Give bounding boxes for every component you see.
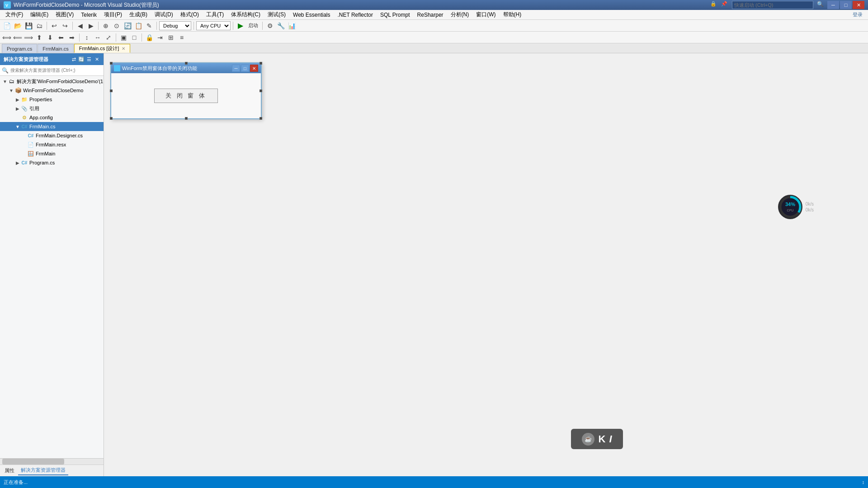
back-btn[interactable]: ◀ (75, 21, 85, 31)
form-minimize-btn[interactable]: ─ (232, 65, 240, 72)
menu-analyze[interactable]: 分析(N) (447, 10, 473, 19)
menu-debug[interactable]: 调试(D) (151, 10, 177, 19)
handle-br (259, 117, 262, 120)
menu-web-essentials[interactable]: Web Essentials (289, 11, 334, 19)
align3-btn[interactable]: ⟹ (24, 33, 33, 42)
tree-references[interactable]: ▶ 📎 引用 (0, 104, 104, 113)
order1-btn[interactable]: ▣ (118, 33, 128, 42)
minimize-button[interactable]: ─ (827, 1, 839, 9)
menu-resharper[interactable]: ReSharper (414, 11, 447, 19)
close-form-button[interactable]: 关 闭 窗 体 (154, 89, 218, 103)
platform-select[interactable]: Any CPU x86 x64 (196, 21, 231, 30)
tab-frmmain-design-close[interactable]: ✕ (122, 46, 125, 51)
forward-btn[interactable]: ▶ (86, 21, 96, 31)
properties-tab-btn[interactable]: 属性 (2, 466, 17, 475)
menu-sql-prompt[interactable]: SQL Prompt (377, 11, 414, 19)
save-all-btn[interactable]: 🗂 (34, 21, 44, 31)
tab-frmmain-design[interactable]: FrmMain.cs [设计] ✕ (74, 44, 131, 53)
quick-search-input[interactable] (732, 1, 813, 9)
align4-btn[interactable]: ⬆ (34, 33, 44, 42)
status-message: 正在准备... (4, 479, 28, 486)
start-button[interactable]: ▶ (236, 21, 245, 31)
title-bar: V WinFormForbidCloseDemo - Microsoft Vis… (0, 0, 868, 10)
align1-btn[interactable]: ⟺ (2, 33, 12, 42)
solution-explorer-tab-btn[interactable]: 解决方案资源管理器 (18, 466, 68, 475)
tree-program[interactable]: ▶ C# Program.cs (0, 158, 104, 167)
menu-telerik[interactable]: Telerik (77, 11, 100, 19)
tree-frmmain-resx[interactable]: ▶ 📄 FrmMain.resx (0, 140, 104, 149)
order2-btn[interactable]: □ (129, 33, 139, 42)
maximize-button[interactable]: □ (840, 1, 852, 9)
panel-close-btn[interactable]: ✕ (94, 56, 100, 62)
size2-btn[interactable]: ↔ (93, 33, 103, 42)
tree-properties[interactable]: ▶ 📁 Properties (0, 95, 104, 104)
tree-frmmain-resx-label: FrmMain.resx (36, 142, 66, 147)
tree-frmmain[interactable]: ▼ C# FrmMain.cs (0, 122, 104, 131)
tab-program-cs[interactable]: Program.cs (2, 44, 37, 53)
panel-sync-btn[interactable]: ⇄ (71, 56, 77, 62)
solution-search-input[interactable] (10, 68, 102, 73)
new-project-btn[interactable]: 📄 (2, 21, 12, 31)
tab-frmmain-cs[interactable]: FrmMain.cs (38, 44, 73, 53)
save-btn[interactable]: 💾 (24, 21, 33, 31)
align6-btn[interactable]: ⬅ (56, 33, 66, 42)
handle-bm (185, 117, 188, 120)
expander-project: ▼ (8, 87, 14, 94)
lock-btn[interactable]: 🔒 (144, 33, 154, 42)
tool2-btn[interactable]: 🔧 (276, 21, 286, 31)
expander-frmmain-resx: ▶ (21, 141, 27, 148)
menu-view[interactable]: 视图(V) (52, 10, 77, 19)
menu-project[interactable]: 项目(P) (100, 10, 126, 19)
space-btn[interactable]: ≡ (177, 33, 187, 42)
menu-help[interactable]: 帮助(H) (500, 10, 525, 19)
align7-btn[interactable]: ➡ (67, 33, 77, 42)
tool1-btn[interactable]: ⚙ (265, 21, 275, 31)
tool3-btn[interactable]: 📊 (287, 21, 297, 31)
menu-build[interactable]: 生成(B) (126, 10, 151, 19)
panel-refresh-btn[interactable]: 🔄 (78, 56, 85, 62)
size3-btn[interactable]: ⤢ (104, 33, 113, 42)
tree-solution[interactable]: ▼ 🗂 解决方案'WinFormForbidCloseDemo'(1 个项目) (0, 77, 104, 86)
form-maximize-btn[interactable]: □ (241, 65, 249, 72)
tree-solution-label: 解决方案'WinFormForbidCloseDemo'(1 个项目) (17, 78, 104, 85)
menu-net-reflector[interactable]: .NET Reflector (334, 11, 377, 19)
center-btn[interactable]: ⊞ (166, 33, 176, 42)
nav5-btn[interactable]: ✎ (144, 21, 154, 31)
tree-frmmain-form[interactable]: ▶ 🪟 FrmMain (0, 149, 104, 158)
debug-mode-select[interactable]: Debug Release (159, 21, 191, 30)
panel-search-bar[interactable]: 🔍 (0, 65, 104, 76)
close-button[interactable]: ✕ (853, 1, 864, 9)
redo-btn[interactable]: ↪ (60, 21, 70, 31)
panel-properties-btn[interactable]: ☰ (86, 56, 92, 62)
expander-solution: ▼ (2, 78, 8, 84)
tree-frmmain-designer[interactable]: ▶ C# FrmMain.Designer.cs (0, 131, 104, 140)
tab-btn[interactable]: ⇥ (155, 33, 165, 42)
ki-letter2: I (609, 433, 612, 445)
open-btn[interactable]: 📂 (13, 21, 23, 31)
undo-btn[interactable]: ↩ (49, 21, 59, 31)
nav2-btn[interactable]: ⊙ (112, 21, 122, 31)
align5-btn[interactable]: ⬇ (45, 33, 55, 42)
size1-btn[interactable]: ↕ (82, 33, 92, 42)
sep-c (142, 33, 142, 42)
sign-in-link[interactable]: 登录 (853, 12, 863, 17)
menu-file[interactable]: 文件(F) (2, 10, 27, 19)
menu-format[interactable]: 格式(O) (177, 10, 203, 19)
status-bar: 正在准备... ↕ (0, 476, 868, 488)
nav4-btn[interactable]: 📋 (133, 21, 143, 31)
nav3-btn[interactable]: 🔄 (123, 21, 132, 31)
menu-test[interactable]: 测试(S) (264, 10, 289, 19)
menu-tools[interactable]: 工具(T) (203, 10, 227, 19)
nav1-btn[interactable]: ⊕ (101, 21, 111, 31)
form-close-btn[interactable]: ✕ (250, 65, 258, 72)
menu-edit[interactable]: 编辑(E) (27, 10, 52, 19)
handle-bl (110, 117, 113, 120)
form-designer-title: WinForm禁用窗体自带的关闭功能 (122, 65, 230, 72)
panel-h-scrollbar[interactable] (0, 458, 104, 465)
solution-tree: ▼ 🗂 解决方案'WinFormForbidCloseDemo'(1 个项目) … (0, 76, 104, 458)
align2-btn[interactable]: ⟸ (13, 33, 23, 42)
tree-project[interactable]: ▼ 📦 WinFormForbidCloseDemo (0, 86, 104, 95)
menu-window[interactable]: 窗口(W) (472, 10, 499, 19)
tree-appconfig[interactable]: ▶ ⚙ App.config (0, 113, 104, 122)
menu-architecture[interactable]: 体系结构(C) (227, 10, 264, 19)
